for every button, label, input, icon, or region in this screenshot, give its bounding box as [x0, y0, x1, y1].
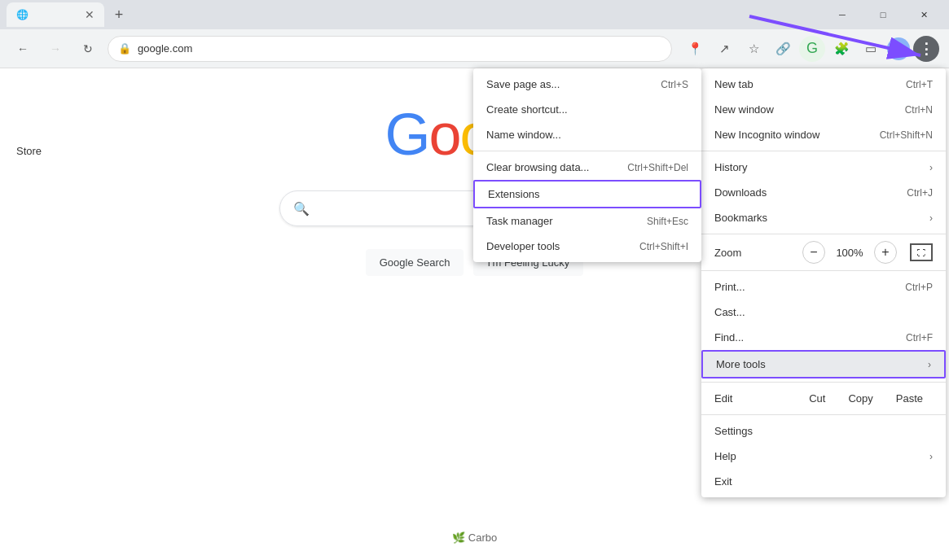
browser-tab[interactable]: 🌐 ✕ [7, 2, 104, 27]
submenu-task-manager[interactable]: Task manager Shift+Esc [473, 208, 701, 234]
lock-icon: 🔒 [118, 42, 131, 55]
logo-g: G [384, 102, 428, 167]
title-bar: 🌐 ✕ + ─ □ ✕ [0, 0, 949, 29]
zoom-controls: − 100% + ⛶ [802, 241, 933, 264]
submenu-name-window[interactable]: Name window... [473, 122, 701, 147]
chrome-menu-button[interactable]: ⋮ [913, 36, 939, 62]
url-text: google.com [138, 42, 192, 55]
more-tools-submenu: Save page as... Ctrl+S Create shortcut..… [473, 68, 701, 262]
submenu-divider-1 [473, 151, 701, 151]
menu-item-downloads[interactable]: Downloads Ctrl+J [701, 180, 946, 205]
menu-item-exit[interactable]: Exit [701, 469, 946, 494]
menu-item-new-window[interactable]: New window Ctrl+N [701, 97, 946, 122]
location-icon[interactable]: 📍 [682, 36, 708, 62]
zoom-minus-button[interactable]: − [802, 241, 825, 264]
menu-item-more-tools[interactable]: More tools › [701, 350, 946, 378]
new-tab-button[interactable]: + [108, 3, 130, 26]
submenu-extensions[interactable]: Extensions [473, 180, 701, 208]
window-controls: ─ □ ✕ [824, 0, 942, 29]
zoom-row: Zoom − 100% + ⛶ [701, 238, 946, 267]
menu-item-new-tab[interactable]: New tab Ctrl+T [701, 72, 946, 97]
url-bar[interactable]: 🔒 google.com [108, 36, 672, 62]
maximize-button[interactable]: □ [864, 0, 902, 29]
paste-button[interactable]: Paste [886, 389, 933, 408]
link-icon[interactable]: 🔗 [770, 36, 796, 62]
menu-item-bookmarks[interactable]: Bookmarks › [701, 205, 946, 230]
carbon-icon: 🌿 [452, 532, 465, 544]
menu-divider-3 [701, 270, 946, 271]
menu-item-incognito[interactable]: New Incognito window Ctrl+Shift+N [701, 122, 946, 147]
translate-icon[interactable]: G [799, 36, 825, 62]
edit-row: Edit Cut Copy Paste [701, 386, 946, 411]
submenu-create-shortcut[interactable]: Create shortcut... [473, 97, 701, 122]
menu-divider-2 [701, 234, 946, 234]
bookmark-icon[interactable]: ☆ [740, 36, 767, 62]
zoom-fullscreen-button[interactable]: ⛶ [910, 243, 933, 261]
back-button[interactable]: ← [10, 36, 36, 62]
submenu-save-page[interactable]: Save page as... Ctrl+S [473, 72, 701, 97]
menu-item-cast[interactable]: Cast... [701, 300, 946, 325]
submenu-developer-tools[interactable]: Developer tools Ctrl+Shift+I [473, 234, 701, 259]
address-bar: ← → ↻ 🔒 google.com 📍 ↗ ☆ 🔗 G 🧩 ▭ 👤 ⋮ [0, 29, 949, 68]
store-label: Store [16, 145, 42, 157]
carbon-label: Carbo [468, 532, 497, 544]
profile-avatar[interactable]: 👤 [887, 37, 910, 60]
toolbar-icons: 📍 ↗ ☆ 🔗 G 🧩 ▭ 👤 ⋮ [682, 36, 939, 62]
menu-divider-5 [701, 414, 946, 415]
chrome-menu: New tab Ctrl+T New window Ctrl+N New Inc… [701, 68, 946, 497]
edit-actions: Cut Copy Paste [799, 389, 933, 408]
menu-item-help[interactable]: Help › [701, 444, 946, 469]
close-button[interactable]: ✕ [905, 0, 942, 29]
menu-item-find[interactable]: Find... Ctrl+F [701, 325, 946, 350]
minimize-button[interactable]: ─ [824, 0, 861, 29]
search-icon: 🔍 [293, 201, 310, 217]
forward-button[interactable]: → [42, 36, 68, 62]
submenu-clear-browsing[interactable]: Clear browsing data... Ctrl+Shift+Del [473, 155, 701, 180]
menu-divider-1 [701, 151, 946, 151]
google-search-button[interactable]: Google Search [366, 249, 464, 276]
menu-item-print[interactable]: Print... Ctrl+P [701, 274, 946, 300]
menu-item-history[interactable]: History › [701, 155, 946, 180]
tab-favicon: 🌐 [16, 9, 29, 20]
sidebar-icon[interactable]: ▭ [858, 36, 884, 62]
logo-o1: o [428, 102, 459, 167]
copy-button[interactable]: Copy [838, 389, 882, 408]
cut-button[interactable]: Cut [799, 389, 835, 408]
zoom-value: 100% [832, 247, 868, 259]
menu-item-settings[interactable]: Settings [701, 418, 946, 444]
tab-close-button[interactable]: ✕ [85, 8, 94, 21]
share-icon[interactable]: ↗ [711, 36, 737, 62]
zoom-plus-button[interactable]: + [874, 241, 897, 264]
refresh-button[interactable]: ↻ [75, 36, 101, 62]
menu-divider-4 [701, 382, 946, 383]
extensions-icon[interactable]: 🧩 [828, 36, 855, 62]
